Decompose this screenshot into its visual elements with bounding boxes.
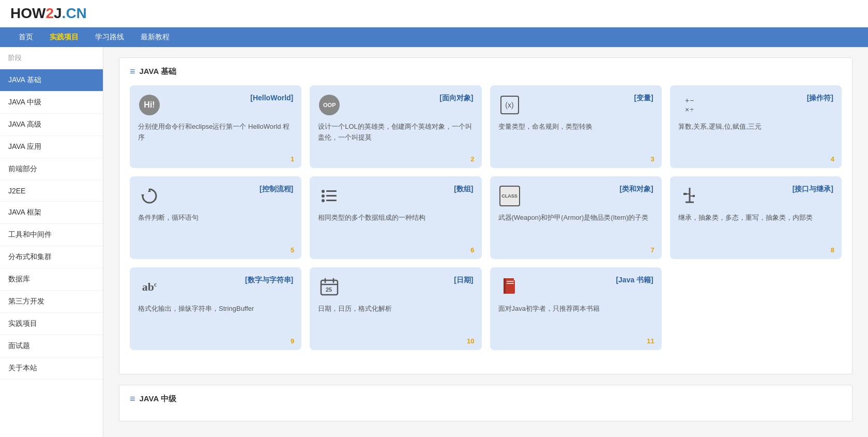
card-title-11: [Java 书籍] (521, 276, 653, 285)
sidebar-item-practice[interactable]: 实践项目 (0, 313, 103, 335)
card-icon-math: +− ×÷ (678, 94, 701, 116)
svg-rect-4 (326, 195, 337, 197)
card-books[interactable]: [Java 书籍] 面对Java初学者，只推荐两本书籍 11 (490, 267, 662, 350)
card-interface[interactable]: [接口与继承] 继承，抽象类，多态，重写，抽象类，内部类 8 (670, 176, 842, 259)
sidebar-item-java-high[interactable]: JAVA 高级 (0, 114, 103, 136)
card-icon-list (318, 185, 341, 207)
card-title-5: [控制流程] (161, 185, 293, 194)
variable-icon: (x) (500, 96, 519, 114)
book-icon (500, 277, 519, 297)
card-icon-class: CLASS (498, 185, 521, 207)
svg-point-3 (322, 194, 325, 198)
svg-text:25: 25 (326, 287, 332, 293)
card-icon-oop: OOP (318, 94, 341, 116)
nav-practice[interactable]: 实践项目 (41, 27, 87, 47)
card-number-1: 1 (291, 155, 294, 163)
card-oop[interactable]: OOP [面向对象] 设计一个LOL的英雄类，创建两个英雄对象，一个叫盖伦，一个… (310, 85, 481, 168)
hi-icon: Hi! (139, 95, 160, 115)
card-number-10: 10 (467, 337, 474, 345)
card-helloworld[interactable]: Hi! [HelloWorld] 分别使用命令行和eclipse运行第一个 He… (130, 85, 301, 168)
sidebar: 阶段 JAVA 基础 JAVA 中级 JAVA 高级 JAVA 应用 前端部分 … (0, 47, 103, 437)
card-class-object[interactable]: CLASS [类和对象] 武器(Weapon)和护甲(Armor)是物品类(It… (490, 176, 662, 259)
card-number-2: 2 (470, 155, 474, 163)
cycle-icon (140, 186, 159, 206)
card-title-8: [接口与继承] (701, 185, 833, 194)
card-number-4: 4 (831, 155, 834, 163)
card-desc-2: 设计一个LOL的英雄类，创建两个英雄对象，一个叫盖伦，一个叫提莫 (318, 122, 473, 143)
sidebar-item-tools[interactable]: 工具和中间件 (0, 224, 103, 246)
sidebar-item-j2ee[interactable]: J2EE (0, 180, 103, 202)
sidebar-item-java-framework[interactable]: JAVA 框架 (0, 202, 103, 224)
card-header-10: 25 [日期] (318, 276, 473, 298)
nav-latest-tutorial[interactable]: 最新教程 (132, 27, 178, 47)
card-header-2: OOP [面向对象] (318, 94, 473, 116)
section-java-mid: JAVA 中级 (119, 385, 852, 421)
sidebar-item-frontend[interactable]: 前端部分 (0, 158, 103, 180)
svg-point-1 (322, 190, 325, 193)
card-title-4: [操作符] (701, 94, 833, 103)
card-title-9: [数字与字符串] (161, 276, 293, 285)
card-array[interactable]: [数组] 相同类型的多个数据组成的一种结构 6 (310, 176, 481, 259)
section-java-basic-title: JAVA 基础 (130, 66, 842, 77)
card-desc-5: 条件判断，循环语句 (138, 213, 293, 223)
sidebar-item-thirdparty[interactable]: 第三方开发 (0, 291, 103, 313)
sidebar-item-distributed[interactable]: 分布式和集群 (0, 246, 103, 268)
card-title-10: [日期] (341, 276, 473, 285)
site-logo[interactable]: HOW2J.CN (10, 5, 858, 22)
sidebar-item-about[interactable]: 关于本站 (0, 357, 103, 380)
card-number-7: 7 (651, 246, 654, 254)
card-operator[interactable]: +− ×÷ [操作符] 算数,关系,逻辑,位,赋值,三元 4 (670, 85, 842, 168)
card-variable[interactable]: (x) [变量] 变量类型，命名规则，类型转换 3 (490, 85, 662, 168)
card-control-flow[interactable]: [控制流程] 条件判断，循环语句 5 (130, 176, 301, 259)
card-desc-7: 武器(Weapon)和护甲(Armor)是物品类(Item)的子类 (498, 213, 653, 223)
sidebar-item-database[interactable]: 数据库 (0, 268, 103, 291)
card-icon-abc: abc (138, 276, 161, 298)
site-header: HOW2J.CN (0, 0, 868, 27)
sidebar-item-java-app[interactable]: JAVA 应用 (0, 136, 103, 158)
card-icon-cycle (138, 185, 161, 207)
nav-home[interactable]: 首页 (10, 27, 41, 47)
nav-learning-path[interactable]: 学习路线 (87, 27, 132, 47)
svg-rect-2 (326, 190, 337, 192)
card-header-6: [数组] (318, 185, 473, 207)
math-icon: +− ×÷ (685, 96, 694, 114)
card-header-9: abc [数字与字符串] (138, 276, 293, 298)
card-desc-11: 面对Java初学者，只推荐两本书籍 (498, 304, 653, 314)
card-number-9: 9 (291, 337, 294, 345)
card-desc-9: 格式化输出，操纵字符串，StringBuffer (138, 304, 293, 314)
card-icon-hi: Hi! (138, 94, 161, 116)
card-title-1: [HelloWorld] (161, 94, 293, 102)
list-icon (320, 187, 339, 205)
card-icon-book (498, 276, 521, 298)
logo-cn: CN (66, 5, 86, 21)
card-header-4: +− ×÷ [操作符] (678, 94, 833, 116)
card-title-7: [类和对象] (521, 185, 653, 194)
sidebar-item-java-basic[interactable]: JAVA 基础 (0, 69, 103, 92)
card-header-3: (x) [变量] (498, 94, 653, 116)
sidebar-title: 阶段 (0, 47, 103, 69)
card-title-3: [变量] (521, 94, 653, 103)
sidebar-item-java-mid[interactable]: JAVA 中级 (0, 92, 103, 114)
section-mid-title-text: JAVA 中级 (140, 394, 176, 404)
logo-two: 2 (45, 5, 54, 21)
card-title-2: [面向对象] (341, 94, 473, 103)
card-header-1: Hi! [HelloWorld] (138, 94, 293, 116)
card-header-11: [Java 书籍] (498, 276, 653, 298)
card-number-3: 3 (651, 155, 654, 163)
class-icon: CLASS (499, 186, 520, 206)
svg-marker-0 (141, 194, 144, 198)
card-string[interactable]: abc [数字与字符串] 格式化输出，操纵字符串，StringBuffer 9 (130, 267, 301, 350)
sidebar-item-interview[interactable]: 面试题 (0, 335, 103, 357)
calendar-icon: 25 (319, 277, 339, 297)
card-desc-1: 分别使用命令行和eclipse运行第一个 HelloWorld 程序 (138, 122, 293, 143)
section-title-text: JAVA 基础 (140, 67, 176, 77)
card-icon-var: (x) (498, 94, 521, 116)
card-header-5: [控制流程] (138, 185, 293, 207)
card-number-6: 6 (470, 246, 474, 254)
usb-icon (680, 187, 699, 205)
card-header-7: CLASS [类和对象] (498, 185, 653, 207)
section-java-basic: JAVA 基础 Hi! [HelloWorld] 分别使用命令行和eclipse… (119, 57, 852, 374)
abc-icon: abc (142, 280, 157, 294)
oop-icon: OOP (319, 95, 340, 115)
card-date[interactable]: 25 [日期] 日期，日历，格式化解析 10 (310, 267, 481, 350)
